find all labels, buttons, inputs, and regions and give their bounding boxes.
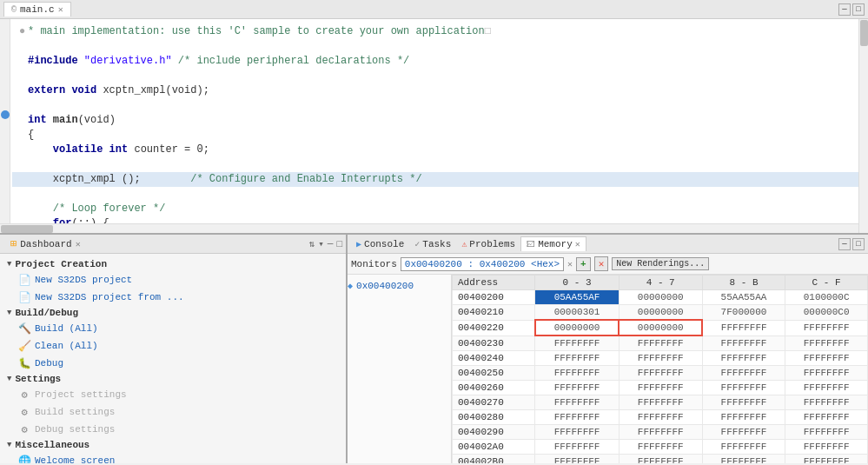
memory-cell-c0[interactable]: FFFFFFFF [535, 381, 619, 395]
memory-cell-c3[interactable]: FFFFFFFF [785, 440, 868, 455]
memory-cell-c0[interactable]: FFFFFFFF [535, 425, 619, 440]
monitor-diamond-icon: ◆ [348, 281, 353, 291]
editor-scrollbar-v[interactable] [858, 19, 868, 233]
memory-cell-c1[interactable]: 00000000 [619, 290, 702, 305]
memory-cell-c0[interactable]: FFFFFFFF [535, 440, 619, 455]
memory-cell-c1[interactable]: FFFFFFFF [619, 395, 702, 410]
memory-cell-c0[interactable]: FFFFFFFF [535, 455, 619, 464]
memory-cell-c1[interactable]: FFFFFFFF [619, 381, 702, 395]
memory-cell-c0[interactable]: FFFFFFFF [535, 335, 619, 351]
memory-cell-c3[interactable]: FFFFFFFF [785, 381, 868, 395]
code-line [12, 157, 858, 172]
dashboard-content: Project Creation 📄 New S32DS project 📄 N… [0, 254, 346, 463]
memory-cell-c3[interactable]: FFFFFFFF [785, 366, 868, 381]
editor-tab-bar: © main.c ✕ ─ □ [0, 0, 868, 19]
debug-settings-item: ⚙ Debug settings [0, 421, 346, 438]
memory-cell-c0[interactable]: FFFFFFFF [535, 351, 619, 366]
memory-cell-c1[interactable]: FFFFFFFF [619, 335, 702, 351]
section-build-debug[interactable]: Build/Debug [0, 306, 346, 320]
memory-tab-close-icon[interactable]: ✕ [575, 239, 580, 249]
problems-tab[interactable]: ⚠ Problems [456, 237, 520, 251]
memory-cell-c2[interactable]: FFFFFFFF [702, 440, 785, 455]
memory-cell-address: 00400290 [453, 425, 535, 440]
welcome-screen-item[interactable]: 🌐 Welcome screen [0, 452, 346, 463]
memory-cell-c0[interactable]: FFFFFFFF [535, 410, 619, 425]
editor-scrollbar-h[interactable] [0, 223, 858, 233]
debug-item[interactable]: 🐛 Debug [0, 355, 346, 372]
memory-cell-c0[interactable]: 05AA55AF [535, 290, 619, 305]
memory-cell-c2[interactable]: FFFFFFFF [702, 351, 785, 366]
memory-cell-address: 00400200 [453, 290, 535, 305]
memory-cell-c1[interactable]: FFFFFFFF [619, 351, 702, 366]
memory-cell-c3[interactable]: FFFFFFFF [785, 335, 868, 351]
editor-tab-close-icon[interactable]: ✕ [58, 4, 63, 15]
memory-tab[interactable]: 🗠 Memory ✕ [520, 236, 586, 251]
sync-icon[interactable]: ⇅ [309, 238, 315, 249]
welcome-icon: 🌐 [17, 454, 31, 463]
delete-monitor-button[interactable]: ✕ [594, 256, 609, 271]
restore-button[interactable]: □ [852, 3, 865, 16]
memory-cell-c1[interactable]: FFFFFFFF [619, 410, 702, 425]
memory-cell-c2[interactable]: FFFFFFFF [702, 366, 785, 381]
memory-cell-c2[interactable]: FFFFFFFF [702, 320, 785, 335]
memory-cell-c1[interactable]: 00000000 [619, 320, 702, 335]
memory-cell-c2[interactable]: FFFFFFFF [702, 395, 785, 410]
monitors-address[interactable]: 0x00400200 : 0x400200 <Hex> [401, 257, 564, 271]
memory-cell-c2[interactable]: FFFFFFFF [702, 381, 785, 395]
console-tab[interactable]: ▶ Console [351, 237, 409, 251]
tasks-tab[interactable]: ✓ Tasks [409, 237, 456, 251]
dashboard-tab[interactable]: ⊞ Dashboard ✕ [3, 236, 88, 252]
section-project-creation[interactable]: Project Creation [0, 257, 346, 271]
clean-all-item[interactable]: 🧹 Clean (All) [0, 337, 346, 355]
memory-cell-c1[interactable]: FFFFFFFF [619, 440, 702, 455]
memory-cell-c2[interactable]: 7F000000 [702, 305, 785, 321]
file-icon: © [11, 5, 17, 15]
minimize-view-icon[interactable]: ─ [328, 239, 334, 249]
memory-cell-c1[interactable]: FFFFFFFF [619, 455, 702, 464]
memory-cell-c3[interactable]: FFFFFFFF [785, 425, 868, 440]
code-line [12, 187, 858, 202]
memory-cell-c2[interactable]: FFFFFFFF [702, 335, 785, 351]
memory-cell-c0[interactable]: 00000000 [535, 320, 619, 335]
maximize-view-icon[interactable]: □ [336, 239, 342, 249]
dashboard-tab-close[interactable]: ✕ [76, 239, 81, 249]
memory-cell-c3[interactable]: 000000C0 [785, 305, 868, 321]
memory-cell-c0[interactable]: 00000301 [535, 305, 619, 321]
editor-content[interactable]: ●* main implementation: use this 'C' sam… [0, 19, 868, 233]
monitor-item[interactable]: ◆ 0x00400200 [348, 278, 451, 294]
add-monitor-button[interactable]: + [576, 257, 591, 271]
mem-maximize-btn[interactable]: □ [852, 238, 865, 250]
memory-cell-c0[interactable]: FFFFFFFF [535, 395, 619, 410]
minimize-button[interactable]: ─ [838, 3, 851, 16]
memory-cell-c2[interactable]: FFFFFFFF [702, 410, 785, 425]
memory-cell-c1[interactable]: 00000000 [619, 305, 702, 321]
memory-cell-c2[interactable]: FFFFFFFF [702, 455, 785, 464]
new-s32ds-project-item[interactable]: 📄 New S32DS project [0, 271, 346, 289]
new-rendering-button[interactable]: New Renderings... [612, 257, 709, 270]
section-miscellaneous[interactable]: Miscellaneous [0, 438, 346, 452]
new-s32ds-project-from-item[interactable]: 📄 New S32DS project from ... [0, 289, 346, 306]
build-icon: 🔨 [17, 322, 31, 335]
memory-cell-c1[interactable]: FFFFFFFF [619, 425, 702, 440]
col-0-3: 0 - 3 [535, 276, 619, 290]
chevron-down-icon[interactable]: ▾ [318, 238, 324, 249]
scrollbar-thumb-v[interactable] [860, 20, 868, 46]
memory-cell-c2[interactable]: 55AA55AA [702, 290, 785, 305]
memory-cell-c3[interactable]: FFFFFFFF [785, 395, 868, 410]
scrollbar-thumb-h[interactable] [1, 225, 53, 233]
build-all-item[interactable]: 🔨 Build (All) [0, 320, 346, 337]
memory-cell-c3[interactable]: FFFFFFFF [785, 455, 868, 464]
hex-close-icon[interactable]: ✕ [567, 259, 573, 269]
mem-minimize-btn[interactable]: ─ [838, 238, 851, 250]
monitors-bar: Monitors 0x00400200 : 0x400200 <Hex> ✕ +… [348, 254, 868, 275]
memory-cell-c3[interactable]: FFFFFFFF [785, 320, 868, 335]
memory-cell-c3[interactable]: FFFFFFFF [785, 410, 868, 425]
memory-cell-c0[interactable]: FFFFFFFF [535, 366, 619, 381]
memory-cell-c3[interactable]: 0100000C [785, 290, 868, 305]
editor-tab-main-c[interactable]: © main.c ✕ [3, 2, 71, 17]
memory-cell-c3[interactable]: FFFFFFFF [785, 351, 868, 366]
memory-cell-c1[interactable]: FFFFFFFF [619, 366, 702, 381]
section-settings[interactable]: Settings [0, 372, 346, 386]
memory-table-wrapper[interactable]: Address 0 - 3 4 - 7 8 - B C - F 00400200… [452, 275, 868, 463]
memory-cell-c2[interactable]: FFFFFFFF [702, 425, 785, 440]
